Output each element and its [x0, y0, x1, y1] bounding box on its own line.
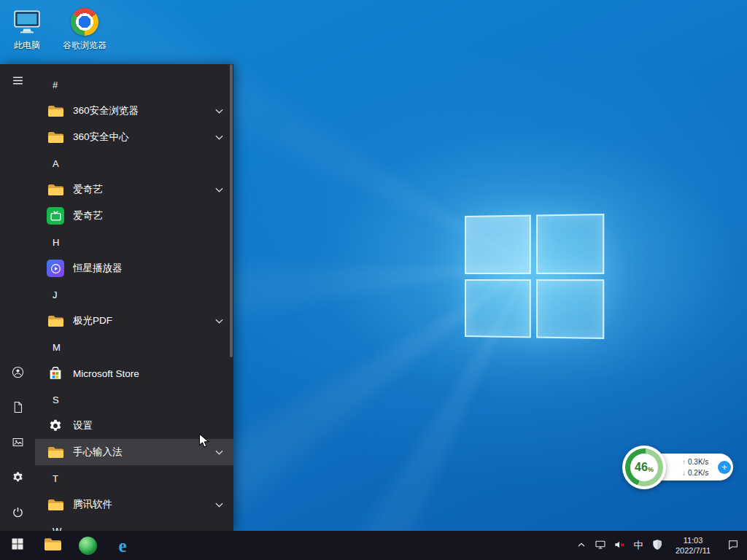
chevron-down-icon[interactable] — [215, 450, 223, 455]
folder-icon — [47, 443, 64, 461]
taskbar-ie-browser[interactable]: e — [105, 531, 140, 560]
tray-clock[interactable]: 11:03 2022/7/11 — [667, 531, 719, 560]
logo-pane — [465, 215, 530, 274]
expand-menu-button[interactable] — [0, 64, 35, 99]
this-pc-icon — [4, 7, 50, 37]
clock-date: 2022/7/11 — [676, 545, 711, 556]
desktop-icon-chrome[interactable]: 谷歌浏览器 — [61, 7, 108, 52]
folder-icon — [47, 128, 64, 146]
usage-percent: 46 % — [630, 454, 658, 481]
chevron-down-icon[interactable] — [215, 502, 223, 508]
start-button[interactable] — [0, 531, 35, 560]
power-button[interactable] — [0, 496, 35, 531]
rail-spacer — [0, 99, 35, 356]
section-label: S — [53, 394, 59, 405]
start-item-settings[interactable]: 设置 — [35, 413, 233, 439]
logo-pane — [465, 279, 530, 338]
microsoft-store-icon — [47, 365, 64, 382]
section-label: H — [53, 237, 59, 248]
green-browser-icon — [79, 537, 97, 555]
usage-ring: 46 % — [625, 448, 663, 486]
tray-network[interactable] — [591, 531, 610, 560]
tray-show-hidden-icons[interactable] — [572, 531, 591, 560]
section-label: J — [53, 289, 58, 300]
gear-icon — [12, 471, 24, 486]
user-icon — [12, 366, 24, 381]
start-item-microsoft-store[interactable]: Microsoft Store — [35, 360, 233, 386]
hamburger-icon — [12, 74, 24, 90]
section-header-j[interactable]: J — [35, 281, 233, 308]
section-header-m[interactable]: M — [35, 334, 233, 360]
ime-label: 中 — [634, 539, 643, 552]
section-header-s[interactable]: S — [35, 386, 233, 413]
upload-arrow-icon: ↑ — [682, 458, 686, 466]
start-item-shouxin-ime[interactable]: 手心输入法 — [35, 439, 233, 465]
section-label: T — [53, 473, 58, 484]
section-header-h[interactable]: H — [35, 229, 233, 255]
add-boost-button[interactable]: + — [718, 461, 731, 474]
start-item-label: 爱奇艺 — [73, 209, 223, 222]
chevron-down-icon[interactable] — [215, 109, 223, 114]
section-label: W — [53, 526, 61, 532]
chevron-down-icon[interactable] — [215, 319, 223, 324]
usage-percent-unit: % — [648, 466, 654, 473]
taskbar: e 中 11:03 2022/7/11 — [0, 531, 747, 560]
folder-icon — [47, 181, 64, 198]
chevron-down-icon[interactable] — [215, 135, 223, 140]
start-item-tencent[interactable]: 腾讯软件 — [35, 491, 233, 518]
download-speed-row: ↓ 0.2K/s — [682, 467, 708, 478]
section-label: # — [53, 79, 58, 90]
start-item-360-browser[interactable]: 360安全浏览器 — [35, 98, 233, 124]
tray-defender[interactable] — [648, 531, 667, 560]
star-player-icon — [47, 260, 64, 277]
start-item-jiguang-pdf[interactable]: 极光PDF — [35, 308, 233, 334]
chevron-up-icon — [576, 539, 587, 553]
speaker-muted-icon — [614, 539, 625, 553]
start-menu-rail — [0, 64, 35, 531]
action-center-button[interactable] — [719, 531, 747, 560]
start-item-label: 爱奇艺 — [73, 183, 215, 196]
section-header-w[interactable]: W — [35, 518, 233, 531]
memory-usage-ball[interactable]: 46 % — [622, 446, 666, 489]
documents-button[interactable] — [0, 391, 35, 426]
plus-icon: + — [721, 462, 727, 472]
desktop-icon-label: 此电脑 — [4, 39, 50, 52]
tray-ime-indicator[interactable]: 中 — [629, 531, 648, 560]
start-item-label: 极光PDF — [73, 314, 215, 327]
taskbar-360-browser[interactable] — [70, 531, 105, 560]
folder-icon — [47, 312, 64, 330]
chevron-down-icon[interactable] — [215, 187, 223, 192]
windows-logo-icon — [11, 537, 24, 553]
system-tray: 中 11:03 2022/7/11 — [572, 531, 747, 560]
tray-volume[interactable] — [610, 531, 629, 560]
folder-icon — [47, 102, 64, 120]
desktop: 此电脑 谷歌浏览器 — [0, 0, 747, 560]
start-item-iqiyi-app[interactable]: 爱奇艺 — [35, 203, 233, 229]
start-item-label: 腾讯软件 — [73, 498, 215, 511]
user-account-button[interactable] — [0, 356, 35, 391]
pictures-button[interactable] — [0, 426, 35, 461]
start-item-label: 恒星播放器 — [73, 262, 223, 275]
start-item-star-player[interactable]: 恒星播放器 — [35, 255, 233, 281]
clock-time: 11:03 — [684, 535, 703, 545]
section-header-hash[interactable]: # — [35, 71, 233, 98]
settings-button[interactable] — [0, 461, 35, 496]
start-item-label: 360安全浏览器 — [73, 104, 215, 117]
folder-icon — [47, 496, 64, 513]
gear-icon — [47, 417, 64, 435]
section-header-a[interactable]: A — [35, 150, 233, 176]
start-item-360-center[interactable]: 360安全中心 — [35, 124, 233, 150]
start-item-iqiyi-folder[interactable]: 爱奇艺 — [35, 176, 233, 203]
usage-percent-value: 46 — [635, 461, 648, 474]
taskbar-file-explorer[interactable] — [35, 531, 70, 560]
upload-speed-value: 0.3K/s — [688, 458, 708, 466]
start-menu-scrollbar[interactable] — [230, 64, 233, 357]
desktop-icon-this-pc[interactable]: 此电脑 — [4, 7, 50, 52]
document-icon — [12, 401, 24, 416]
section-header-t[interactable]: T — [35, 465, 233, 491]
download-arrow-icon: ↓ — [682, 469, 686, 477]
file-explorer-icon — [44, 537, 62, 555]
start-item-label: 360安全中心 — [73, 131, 215, 144]
speed-ball-widget: ↑ 0.3K/s ↓ 0.2K/s + 46 % — [622, 446, 733, 491]
start-app-list: # 360安全浏览器 360安全中心 A 爱奇艺 — [35, 64, 233, 531]
